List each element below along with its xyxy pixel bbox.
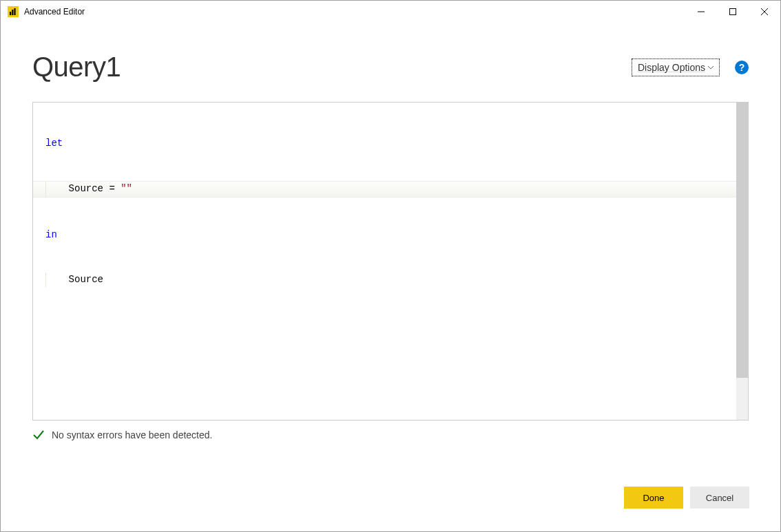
done-button[interactable]: Done	[624, 487, 683, 509]
footer-buttons: Done Cancel	[624, 487, 749, 509]
vertical-scrollbar[interactable]	[736, 103, 748, 420]
page-title: Query1	[32, 52, 121, 83]
code-keyword-let: let	[45, 138, 63, 149]
code-editor[interactable]: let Source = "" in Source	[33, 103, 736, 420]
close-button[interactable]	[749, 1, 780, 23]
chevron-down-icon	[708, 65, 714, 70]
code-string: ""	[121, 183, 132, 194]
display-options-label: Display Options	[638, 62, 705, 73]
window-controls	[685, 1, 780, 23]
code-text: Source	[45, 274, 103, 285]
code-text: Source =	[45, 183, 121, 194]
svg-rect-2	[12, 10, 13, 15]
cancel-button[interactable]: Cancel	[690, 487, 749, 509]
svg-rect-5	[730, 9, 736, 15]
code-keyword-in: in	[45, 229, 57, 240]
svg-rect-1	[10, 12, 11, 15]
window-title: Advanced Editor	[24, 7, 685, 17]
titlebar: Advanced Editor	[1, 1, 780, 23]
help-icon[interactable]: ?	[735, 61, 749, 74]
code-editor-frame: let Source = "" in Source	[32, 102, 749, 421]
status-row: No syntax errors have been detected.	[32, 429, 749, 441]
check-icon	[32, 429, 45, 441]
minimize-button[interactable]	[685, 1, 717, 23]
header-row: Query1 Display Options ?	[32, 52, 749, 83]
display-options-dropdown[interactable]: Display Options	[632, 58, 720, 76]
app-icon	[8, 6, 19, 17]
maximize-button[interactable]	[717, 1, 749, 23]
status-message: No syntax errors have been detected.	[52, 429, 212, 440]
svg-rect-3	[14, 8, 15, 15]
scrollbar-thumb[interactable]	[736, 103, 748, 378]
